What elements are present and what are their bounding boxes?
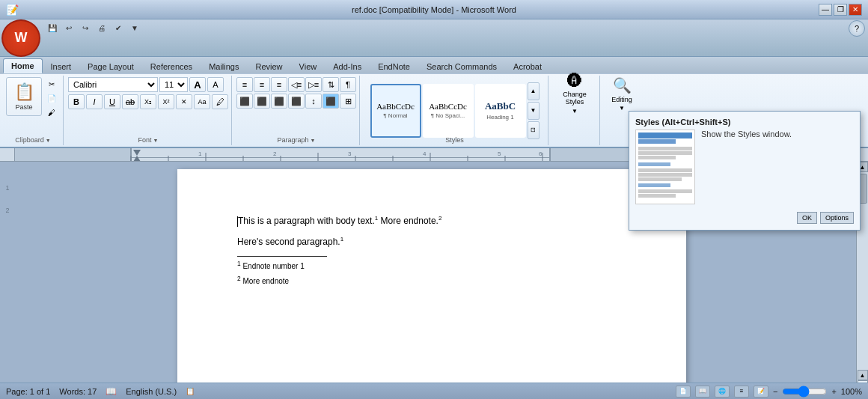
list-number-button[interactable]: ≡ (254, 77, 270, 92)
bold-button[interactable]: B (68, 94, 85, 109)
document-page: This is a paragraph with body text.1 Mor… (177, 169, 686, 399)
tab-review[interactable]: Review (247, 58, 290, 73)
qa-save[interactable]: 💾 (45, 22, 60, 35)
font-name-select[interactable]: Calibri (68, 77, 158, 92)
web-view-button[interactable]: 🌐 (715, 386, 730, 398)
align-right-button[interactable]: ⬛ (271, 94, 287, 109)
styles-scroll-col: ▲ ▼ ⊡ (528, 82, 540, 139)
popup-cancel-button[interactable]: Options (820, 212, 854, 224)
tab-home[interactable]: Home (3, 58, 43, 73)
endnote-1: 1 Endnote number 1 (237, 260, 626, 272)
qa-undo[interactable]: ↩ (61, 22, 76, 35)
font-shrink-button[interactable]: A (207, 77, 224, 92)
indent-increase-button[interactable]: ▷≡ (305, 77, 322, 92)
list-multi-button[interactable]: ≡ (271, 77, 287, 92)
align-justify-button[interactable]: ⬛ (288, 94, 305, 109)
word-icon: 📝 (6, 4, 19, 16)
styles-scroll-down[interactable]: ▼ (528, 102, 540, 120)
align-left-button[interactable]: ⬛ (236, 94, 253, 109)
borders-button[interactable]: ⊞ (340, 94, 356, 109)
styles-label: Styles (361, 136, 548, 144)
qa-print-preview[interactable]: 🖨 (94, 22, 109, 35)
paste-label: Paste (15, 103, 32, 111)
cut-button[interactable]: ✂ (43, 77, 60, 91)
show-marks-button[interactable]: ¶ (340, 77, 356, 92)
list-bullet-button[interactable]: ≡ (236, 77, 253, 92)
spelling-icon[interactable]: 📖 (106, 386, 117, 397)
help-button[interactable]: ? (849, 20, 865, 37)
style-heading1-label: Heading 1 (486, 114, 513, 121)
qa-more[interactable]: ▼ (127, 22, 142, 35)
clear-format-button[interactable]: ✕ (176, 94, 192, 109)
status-page: Page: 1 of 1 (6, 387, 50, 396)
close-button[interactable]: ✕ (849, 4, 862, 16)
indent-decrease-button[interactable]: ◁≡ (288, 77, 305, 92)
zoom-plus[interactable]: + (831, 387, 836, 396)
change-styles-content: 🅐 ChangeStyles ▼ (553, 77, 596, 144)
office-button[interactable]: W (1, 19, 40, 57)
title-bar-left: 📝 (6, 4, 19, 16)
change-case-button[interactable]: Aa (194, 94, 210, 109)
tab-insert[interactable]: Insert (43, 58, 80, 73)
font-arrow: ▼ (153, 138, 159, 143)
superscript-button[interactable]: X² (158, 94, 174, 109)
fill-color-button[interactable]: ⬛ (323, 94, 339, 109)
format-painter-button[interactable]: 🖌 (43, 106, 60, 119)
clipboard-label-text: Clipboard (15, 136, 44, 144)
outline-view-button[interactable]: ≡ (734, 386, 749, 398)
zoom-slider[interactable] (782, 388, 827, 395)
editing-arrow: ▼ (619, 105, 625, 112)
styles-popup: Styles (Alt+Ctrl+Shift+S) Show the Style… (629, 111, 861, 231)
line-spacing-button[interactable]: ↕ (305, 94, 322, 109)
subscript-button[interactable]: X₂ (140, 94, 156, 109)
restore-button[interactable]: ❐ (834, 4, 847, 16)
style-no-spacing[interactable]: AaBbCcDc ¶ No Spaci... (423, 84, 474, 138)
style-normal[interactable]: AaBbCcDc ¶ Normal (370, 84, 421, 138)
tab-view[interactable]: View (291, 58, 326, 73)
qa-check[interactable]: ✔ (111, 22, 126, 35)
tab-search-commands[interactable]: Search Commands (418, 58, 505, 73)
clipboard-label: Clipboard ▼ (3, 136, 63, 144)
paragraph-arrow: ▼ (311, 138, 316, 143)
tab-references[interactable]: References (142, 58, 201, 73)
tab-mailings[interactable]: Mailings (201, 58, 247, 73)
highlight-button[interactable]: 🖊 (212, 94, 228, 109)
print-view-button[interactable]: 📄 (676, 386, 691, 398)
change-styles-button[interactable]: 🅐 ChangeStyles ▼ (553, 77, 596, 110)
style-heading1[interactable]: AaBbC Heading 1 (475, 84, 526, 138)
strikethrough-button[interactable]: ab (122, 94, 138, 109)
status-left: Page: 1 of 1 Words: 17 📖 English (U.S.) … (6, 386, 195, 397)
sort-button[interactable]: ⇅ (323, 77, 339, 92)
prev-page-button[interactable]: ▲ (858, 370, 868, 380)
styles-scroll-up[interactable]: ▲ (528, 82, 540, 100)
editing-button[interactable]: 🔍 Editing ▼ (605, 77, 639, 110)
italic-button[interactable]: I (86, 94, 103, 109)
full-reading-button[interactable]: 📖 (695, 386, 710, 398)
style-no-spacing-label: ¶ No Spaci... (431, 112, 465, 119)
copy-button[interactable]: 📄 (43, 91, 60, 105)
font-grow-button[interactable]: A (189, 77, 206, 92)
draft-view-button[interactable]: 📝 (754, 386, 768, 398)
paste-button[interactable]: 📋 Paste (6, 77, 42, 116)
minimize-button[interactable]: — (819, 4, 832, 16)
status-language: English (U.S.) (126, 387, 177, 396)
font-size-select[interactable]: 11 (159, 77, 188, 92)
align-center-button[interactable]: ⬛ (254, 94, 270, 109)
underline-button[interactable]: U (104, 94, 120, 109)
tab-acrobat[interactable]: Acrobat (505, 58, 550, 73)
paste-icon: 📋 (14, 82, 34, 102)
tab-endnote[interactable]: EndNote (370, 58, 418, 73)
paragraph-label: Paragraph ▼ (233, 136, 359, 144)
popup-ok-button[interactable]: OK (797, 212, 817, 224)
tab-page-layout[interactable]: Page Layout (79, 58, 142, 73)
clipboard-group: 📋 Paste ✂ 📄 🖌 Clipboard ▼ (3, 76, 64, 145)
zoom-minus[interactable]: − (773, 387, 777, 396)
tab-add-ins[interactable]: Add-Ins (325, 58, 370, 73)
qa-redo[interactable]: ↪ (78, 22, 93, 35)
svg-text:6: 6 (539, 150, 542, 157)
endnote-separator (237, 256, 327, 257)
popup-title: Styles (Alt+Ctrl+Shift+S) (635, 118, 854, 127)
font-label-text: Font (138, 136, 152, 144)
zoom-percent: 100% (841, 387, 862, 396)
title-bar: 📝 ref.doc [Compatibility Mode] - Microso… (0, 0, 868, 19)
